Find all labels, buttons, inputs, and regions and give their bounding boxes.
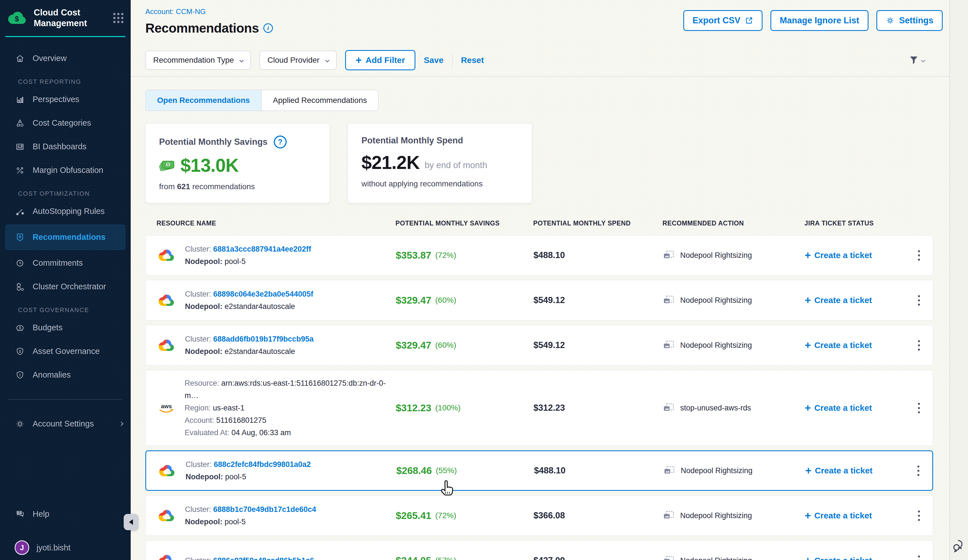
spend-note: without applying recommendations <box>361 179 518 188</box>
reset-filter-button[interactable]: Reset <box>461 55 484 65</box>
recommendation-count: 621 <box>177 182 190 191</box>
sidebar-item-help[interactable]: ? Help <box>0 502 131 526</box>
savings-cell: $329.47(60%) <box>396 295 534 306</box>
sidebar-item-label: AutoStopping Rules <box>33 207 104 216</box>
svg-text:$: $ <box>19 326 21 330</box>
spend-value: $549.12 <box>534 295 663 305</box>
savings-percent: (57%) <box>435 556 456 560</box>
plus-icon: + <box>805 250 811 260</box>
kebab-menu-icon[interactable] <box>916 249 922 262</box>
savings-cell: $353.87(72%) <box>396 250 534 261</box>
save-filter-button[interactable]: Save <box>424 55 444 65</box>
plus-icon: + <box>805 340 811 351</box>
sidebar-divider <box>8 399 123 400</box>
table-row[interactable]: awsResource: arn:aws:rds:us-east-1:51161… <box>145 370 933 446</box>
kebab-menu-icon[interactable] <box>916 338 922 352</box>
create-ticket-button[interactable]: +Create a ticket <box>805 465 872 476</box>
sidebar-item-cost-categories[interactable]: Cost Categories <box>0 111 131 135</box>
sidebar-item-recommendations[interactable]: Recommendations <box>5 224 126 250</box>
sidebar-collapse-handle[interactable] <box>124 514 138 530</box>
savings-cell: $268.46(55%) <box>396 465 534 476</box>
add-filter-button[interactable]: +Add Filter <box>345 50 415 70</box>
savings-percent: (60%) <box>435 341 456 350</box>
sidebar-item-account-settings[interactable]: Account Settings <box>0 412 131 436</box>
resource-line: Cluster: 688add6fb019b17f9bccb95a <box>185 333 314 345</box>
recommended-action-label: stop-unused-aws-rds <box>680 404 751 413</box>
section-cost-governance: COST GOVERNANCE <box>18 307 131 314</box>
savings-value: $268.46 <box>396 465 432 476</box>
resource-link[interactable]: 6886e92f59a48cad86b5b1c6 <box>213 556 314 560</box>
tab-applied-recommendations[interactable]: Applied Recommendations <box>261 90 378 111</box>
spend-card-title: Potential Monthly Spend <box>361 136 463 146</box>
create-ticket-button[interactable]: +Create a ticket <box>805 510 872 521</box>
sidebar-item-label: BI Dashboards <box>33 142 86 151</box>
create-ticket-button[interactable]: +Create a ticket <box>805 555 872 560</box>
cloud-provider-select[interactable]: Cloud Provider <box>259 51 336 70</box>
recommended-action-label: Nodepool Rightsizing <box>680 511 752 520</box>
dashboard-image-icon <box>15 142 25 152</box>
savings-value: $312.23 <box>396 402 431 414</box>
recommendation-type-select[interactable]: Recommendation Type <box>145 51 251 70</box>
table-row[interactable]: Cluster: 688c2fefc84fbdc99801a0a2Nodepoo… <box>145 451 933 491</box>
sidebar-item-bi-dashboards[interactable]: BI Dashboards <box>0 135 131 159</box>
info-icon[interactable]: i <box>264 23 273 33</box>
module-grid-icon[interactable] <box>113 13 123 23</box>
recommended-action-label: Nodepool Rightsizing <box>680 296 752 305</box>
question-icon[interactable]: ? <box>274 136 287 148</box>
sidebar-item-perspectives[interactable]: Perspectives <box>0 88 131 111</box>
settings-button[interactable]: Settings <box>876 10 943 31</box>
recommendations-icon <box>15 232 25 242</box>
plus-icon: + <box>805 510 811 521</box>
create-ticket-button[interactable]: +Create a ticket <box>805 403 872 413</box>
sidebar-item-anomalies[interactable]: ! Anomalies <box>0 363 131 387</box>
avatar: J <box>15 540 29 555</box>
create-ticket-button[interactable]: +Create a ticket <box>805 340 872 351</box>
resource-link[interactable]: 68898c064e3e2ba0e544005f <box>213 290 313 298</box>
sidebar-item-overview[interactable]: Overview <box>0 47 131 70</box>
kebab-menu-icon[interactable] <box>916 464 921 478</box>
resource-line: Region: us-east-1 <box>185 402 396 414</box>
table-row[interactable]: Cluster: 6888b1c70e49db17c1de60c4Nodepoo… <box>145 495 933 536</box>
kebab-menu-icon[interactable] <box>916 293 922 307</box>
kebab-menu-icon[interactable] <box>916 509 922 523</box>
sidebar-item-cluster-orchestrator[interactable]: Cluster Orchestrator <box>0 275 131 298</box>
kebab-menu-icon[interactable] <box>916 554 922 560</box>
app-header: $ Cloud Cost Management <box>0 0 131 34</box>
create-ticket-button[interactable]: +Create a ticket <box>805 250 872 260</box>
savings-cell: $329.47(60%) <box>396 340 534 351</box>
spend-value: $488.10 <box>534 466 663 476</box>
resource-line: Nodepool: pool-5 <box>186 471 311 483</box>
table-row[interactable]: Cluster: 688add6fb019b17f9bccb95aNodepoo… <box>145 325 933 366</box>
table-row[interactable]: Cluster: 6886e92f59a48cad86b5b1c6$244.05… <box>145 540 933 560</box>
section-cost-optimization: COST OPTIMIZATION <box>18 190 131 197</box>
resource-line: Nodepool: e2standar4autoscale <box>185 345 314 358</box>
support-chat-icon[interactable] <box>951 537 967 553</box>
user-menu[interactable]: J jyoti.bisht <box>0 536 131 560</box>
resource-link[interactable]: 688add6fb019b17f9bccb95a <box>213 335 314 343</box>
cloud-cost-logo-icon: $ <box>7 10 28 26</box>
savings-value: $329.47 <box>396 340 431 351</box>
sidebar-item-asset-governance[interactable]: $ Asset Governance <box>0 340 131 363</box>
table-row[interactable]: Cluster: 6881a3ccc887941a4ee202ffNodepoo… <box>145 235 933 275</box>
manage-ignore-list-button[interactable]: Manage Ignore List <box>771 10 868 31</box>
sidebar-item-margin-obfuscation[interactable]: Margin Obfuscation <box>0 159 131 182</box>
sidebar-item-commitments[interactable]: Commitments <box>0 251 131 275</box>
filter-panel-toggle[interactable] <box>908 55 925 66</box>
sidebar-item-budgets[interactable]: $ Budgets <box>0 316 131 340</box>
chevron-right-icon <box>119 422 124 426</box>
kebab-menu-icon[interactable] <box>916 401 922 415</box>
svg-text:aws: aws <box>161 403 172 409</box>
savings-card-title: Potential Monthly Savings <box>159 137 268 147</box>
resource-link[interactable]: 6888b1c70e49db17c1de60c4 <box>213 505 316 514</box>
resource-link[interactable]: 688c2fefc84fbdc99801a0a2 <box>214 460 311 469</box>
resource-link[interactable]: 6881a3ccc887941a4ee202ff <box>213 245 311 253</box>
export-csv-button[interactable]: Export CSV <box>683 10 763 31</box>
sidebar-item-autostopping[interactable]: AutoStopping Rules <box>0 200 131 223</box>
savings-percent: (100%) <box>435 403 461 413</box>
table-row[interactable]: Cluster: 68898c064e3e2ba0e544005fNodepoo… <box>145 280 933 320</box>
create-ticket-button[interactable]: +Create a ticket <box>805 295 872 306</box>
col-potential-spend: POTENTIAL MONTHLY SPEND <box>533 220 663 227</box>
svg-text:$: $ <box>15 15 19 23</box>
tab-open-recommendations[interactable]: Open Recommendations <box>146 90 261 111</box>
nodepool-action-icon <box>663 340 675 350</box>
